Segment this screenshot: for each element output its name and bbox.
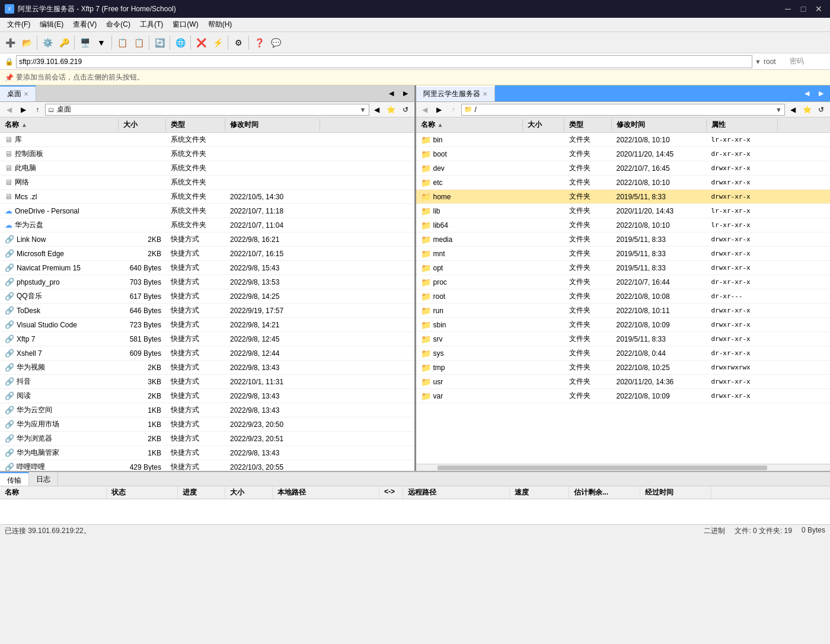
list-item[interactable]: 🔗Navicat Premium 15 640 Bytes 快捷方式 2022/…	[0, 261, 414, 275]
list-item[interactable]: 🔗华为云空间 1KB 快捷方式 2022/9/8, 13:43	[0, 403, 414, 417]
list-item[interactable]: 🔗华为视频 2KB 快捷方式 2022/9/8, 13:43	[0, 361, 414, 375]
list-item[interactable]: ☁OneDrive - Personal 系统文件夹 2022/10/7, 11…	[0, 204, 414, 218]
menu-help[interactable]: 帮助(H)	[203, 18, 237, 31]
list-item[interactable]: 🔗QQ音乐 617 Bytes 快捷方式 2022/9/8, 14:25	[0, 289, 414, 304]
list-item[interactable]: 📁proc 文件夹 2022/10/7, 16:44 dr-xr-xr-x	[416, 275, 831, 289]
list-item[interactable]: 🔗Xshell 7 609 Bytes 快捷方式 2022/9/8, 12:44	[0, 346, 414, 361]
right-prev-arrow[interactable]: ◀	[800, 88, 813, 100]
left-prev-icon[interactable]: ◀	[371, 104, 384, 116]
left-col-type[interactable]: 类型	[166, 119, 225, 131]
list-item[interactable]: 📁boot 文件夹 2020/11/20, 14:45 dr-xr-xr-x	[416, 147, 831, 161]
toolbar-btn-chat[interactable]: 💬	[268, 35, 283, 50]
list-item[interactable]: 📁home 文件夹 2019/5/11, 8:33 drwxr-xr-x	[416, 190, 831, 204]
transfer-col-size[interactable]: 大小	[225, 486, 273, 499]
maximize-button[interactable]: □	[797, 2, 810, 15]
list-item[interactable]: 📁run 文件夹 2022/10/8, 10:11 drwxr-xr-x	[416, 304, 831, 318]
list-item[interactable]: 🔗ToDesk 646 Bytes 快捷方式 2022/9/19, 17:57	[0, 304, 414, 318]
minimize-button[interactable]: ─	[781, 2, 794, 15]
left-up-button[interactable]: ↑	[31, 104, 44, 116]
left-col-modified[interactable]: 修改时间	[225, 119, 320, 131]
list-item[interactable]: 🖥Mcs .zl 系统文件夹 2022/10/5, 14:30	[0, 190, 414, 204]
toolbar-btn-9[interactable]: 🔄	[152, 35, 167, 50]
menu-file[interactable]: 文件(F)	[2, 18, 35, 31]
left-tab-desktop[interactable]: 桌面 ✕	[0, 85, 36, 101]
right-back-button[interactable]: ◀	[419, 104, 432, 116]
left-tab-close[interactable]: ✕	[24, 91, 28, 97]
list-item[interactable]: 🖥网络 系统文件夹	[0, 176, 414, 190]
disconnect-button[interactable]: ❌	[193, 35, 209, 50]
list-item[interactable]: 📁root 文件夹 2022/10/8, 10:08 dr-xr---	[416, 289, 831, 304]
list-item[interactable]: 🔗华为应用市场 1KB 快捷方式 2022/9/23, 20:50	[0, 417, 414, 432]
toolbar-btn-6[interactable]: ▼	[94, 35, 109, 50]
list-item[interactable]: 📁opt 文件夹 2019/5/11, 8:33 drwxr-xr-x	[416, 261, 831, 275]
list-item[interactable]: 🔗Link Now 2KB 快捷方式 2022/9/8, 16:21	[0, 232, 414, 247]
toolbar-btn-12[interactable]: ⚡	[210, 35, 225, 50]
left-prev-arrow[interactable]: ◀	[385, 88, 398, 100]
list-item[interactable]: 📁bin 文件夹 2022/10/8, 10:10 lr-xr-xr-x	[416, 133, 831, 147]
list-item[interactable]: 🖥控制面板 系统文件夹	[0, 147, 414, 161]
left-col-name[interactable]: 名称 ▲	[0, 119, 119, 131]
list-item[interactable]: 📁srv 文件夹 2019/5/11, 8:33 drwxr-xr-x	[416, 332, 831, 346]
dropdown-arrow[interactable]: ▼	[755, 58, 761, 65]
transfer-tab-log[interactable]: 日志	[29, 472, 58, 486]
transfer-col-progress[interactable]: 进度	[178, 486, 225, 499]
list-item[interactable]: 🔗phpstudy_pro 703 Bytes 快捷方式 2022/9/8, 1…	[0, 275, 414, 289]
list-item[interactable]: 📁dev 文件夹 2022/10/7, 16:45 drwxr-xr-x	[416, 161, 831, 176]
list-item[interactable]: 🔗华为电脑管家 1KB 快捷方式 2022/9/8, 13:43	[0, 446, 414, 460]
toolbar-btn-5[interactable]: 🖥️	[77, 35, 92, 50]
list-item[interactable]: 🔗Visual Studio Code 723 Bytes 快捷方式 2022/…	[0, 318, 414, 332]
list-item[interactable]: 📁var 文件夹 2022/10/8, 10:09 drwxr-xr-x	[416, 389, 831, 403]
left-refresh-button[interactable]: ↺	[399, 104, 412, 116]
right-prev-icon[interactable]: ◀	[786, 104, 799, 116]
right-col-attr[interactable]: 属性	[707, 119, 778, 131]
transfer-tab-transfer[interactable]: 传输	[0, 472, 29, 486]
list-item[interactable]: 🖥库 系统文件夹	[0, 133, 414, 147]
transfer-col-remote[interactable]: 远程路径	[403, 486, 510, 499]
toolbar-btn-8[interactable]: 📋	[131, 35, 146, 50]
transfer-col-speed[interactable]: 速度	[510, 486, 569, 499]
right-forward-button[interactable]: ▶	[433, 104, 446, 116]
left-back-button[interactable]: ◀	[2, 104, 15, 116]
transfer-col-name[interactable]: 名称	[0, 486, 107, 499]
transfer-col-local[interactable]: 本地路径	[273, 486, 379, 499]
list-item[interactable]: 📁sbin 文件夹 2022/10/8, 10:09 drwxr-xr-x	[416, 318, 831, 332]
transfer-col-elapsed[interactable]: 经过时间	[640, 486, 711, 499]
left-bookmark-icon[interactable]: ⭐	[385, 104, 398, 116]
list-item[interactable]: 📁tmp 文件夹 2022/10/8, 10:25 drwxrwxrwx	[416, 361, 831, 375]
list-item[interactable]: 🔗抖音 3KB 快捷方式 2022/10/1, 11:31	[0, 375, 414, 389]
close-button[interactable]: ✕	[812, 2, 825, 15]
list-item[interactable]: ☁华为云盘 系统文件夹 2022/10/7, 11:04	[0, 218, 414, 232]
menu-window[interactable]: 窗口(W)	[168, 18, 203, 31]
right-col-size[interactable]: 大小	[523, 119, 564, 131]
right-col-type[interactable]: 类型	[564, 119, 612, 131]
left-path-dropdown[interactable]: ▼	[360, 106, 366, 113]
list-item[interactable]: 🖥此电脑 系统文件夹	[0, 161, 414, 176]
right-col-name[interactable]: 名称 ▲	[416, 119, 523, 131]
list-item[interactable]: 🔗阅读 2KB 快捷方式 2022/9/8, 13:43	[0, 389, 414, 403]
list-item[interactable]: 🔗Xftp 7 581 Bytes 快捷方式 2022/9/8, 12:45	[0, 332, 414, 346]
left-forward-button[interactable]: ▶	[17, 104, 30, 116]
settings-button[interactable]: ⚙	[231, 35, 246, 50]
list-item[interactable]: 📁lib 文件夹 2020/11/20, 14:43 lr-xr-xr-x	[416, 204, 831, 218]
right-next-arrow[interactable]: ▶	[815, 88, 828, 100]
toolbar-btn-7[interactable]: 📋	[114, 35, 130, 50]
list-item[interactable]: 🔗哔哩哔哩 429 Bytes 快捷方式 2022/10/3, 20:55	[0, 460, 414, 471]
right-col-modified[interactable]: 修改时间	[612, 119, 707, 131]
list-item[interactable]: 📁usr 文件夹 2020/11/20, 14:36 drwxr-xr-x	[416, 375, 831, 389]
list-item[interactable]: 📁lib64 文件夹 2022/10/8, 10:10 lr-xr-xr-x	[416, 218, 831, 232]
list-item[interactable]: 🔗Microsoft Edge 2KB 快捷方式 2022/10/7, 16:1…	[0, 247, 414, 261]
right-tab-close[interactable]: ✕	[483, 91, 487, 97]
right-path-dropdown[interactable]: ▼	[775, 106, 782, 113]
toolbar-btn-10[interactable]: 🌐	[173, 35, 188, 50]
toolbar-btn-4[interactable]: 🔑	[56, 35, 72, 50]
list-item[interactable]: 📁etc 文件夹 2022/10/8, 10:10 drwxr-xr-x	[416, 176, 831, 190]
list-item[interactable]: 📁sys 文件夹 2022/10/8, 0:44 dr-xr-xr-x	[416, 346, 831, 361]
right-bookmark-icon[interactable]: ⭐	[800, 104, 813, 116]
list-item[interactable]: 📁media 文件夹 2019/5/11, 8:33 drwxr-xr-x	[416, 232, 831, 247]
right-hscrollbar[interactable]	[416, 464, 831, 471]
right-tab-server[interactable]: 阿里云学生服务器 ✕	[416, 85, 495, 101]
new-session-button[interactable]: ➕	[2, 35, 18, 50]
right-up-button[interactable]: ↑	[447, 104, 460, 116]
menu-view[interactable]: 查看(V)	[68, 18, 101, 31]
url-input[interactable]	[16, 55, 752, 68]
